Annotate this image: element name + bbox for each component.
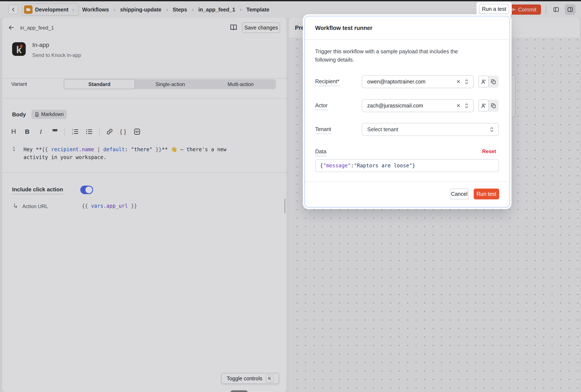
clear-recipient-icon[interactable]: ✕ [453,79,464,85]
select-actor-button[interactable] [478,100,489,112]
user-icon [481,79,487,85]
recipient-value: owen@raptortrainer.com [367,78,453,85]
workflow-test-runner-dialog: Workflow test runner Trigger this workfl… [304,16,510,207]
data-label: Data [315,148,326,156]
tenant-label: Tenant [315,126,331,134]
recipient-combobox[interactable]: owen@raptortrainer.com ✕ [362,75,474,88]
cancel-button[interactable]: Cancel [450,189,468,199]
data-json-input[interactable]: {"message": "Raptors are loose"} [315,159,499,172]
copy-icon [491,103,496,108]
chevron-updown-icon [464,103,470,109]
actor-value: zach@jurassicmail.com [367,103,453,109]
reset-data-button[interactable]: Reset [482,148,496,154]
copy-icon [491,79,496,84]
copy-actor-button[interactable] [488,100,498,112]
actor-combobox[interactable]: zach@jurassicmail.com ✕ [362,99,474,112]
recipient-actions [478,76,498,88]
copy-recipient-button[interactable] [488,76,498,88]
clear-actor-icon[interactable]: ✕ [453,103,464,109]
dialog-footer-divider [305,182,510,182]
user-icon [481,103,487,109]
dialog-title: Workflow test runner [315,25,372,31]
dialog-divider [305,39,510,40]
actor-actions [478,100,498,112]
recipient-label: Recipient* [315,78,340,86]
dialog-description: Trigger this workflow with a sample payl… [315,47,474,64]
chevron-updown-icon [464,78,470,85]
run-test-button[interactable]: Run test [474,189,499,199]
tenant-placeholder: Select tenant [367,126,489,132]
actor-label: Actor [315,102,328,110]
run-a-test-button[interactable]: Run a test [479,4,509,14]
chevron-updown-icon [489,126,494,133]
tenant-select[interactable]: Select tenant [362,123,499,136]
select-user-button[interactable] [478,76,489,88]
